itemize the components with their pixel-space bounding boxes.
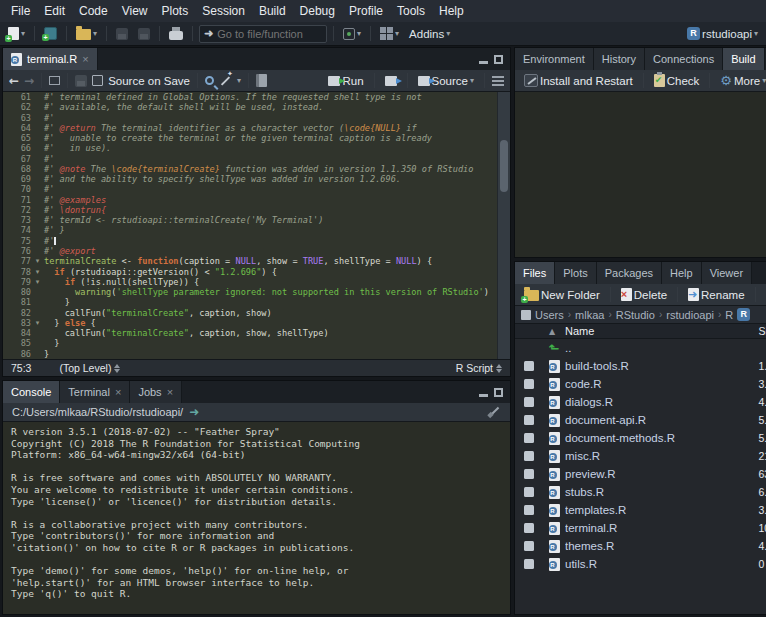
line-number[interactable]: 83	[3, 318, 31, 328]
console-tab-terminal[interactable]: Terminal×	[60, 381, 130, 403]
file-checkbox[interactable]	[524, 451, 534, 461]
code-editor[interactable]: 61#' terminal defined in Global Options.…	[3, 92, 510, 359]
line-number[interactable]: 67	[3, 154, 31, 164]
save-button[interactable]	[113, 26, 131, 42]
open-file-button[interactable]: ▾	[73, 25, 100, 42]
line-number[interactable]: 64	[3, 123, 31, 133]
build-tab-environment[interactable]: Environment	[515, 48, 594, 70]
popout-window-icon[interactable]	[49, 76, 60, 85]
console-output[interactable]: R version 3.5.1 (2018-07-02) -- "Feather…	[3, 422, 510, 614]
file-name[interactable]: document-api.R	[565, 414, 758, 426]
line-number[interactable]: 81	[3, 297, 31, 307]
line-number[interactable]: 82	[3, 308, 31, 318]
file-name[interactable]: misc.R	[565, 450, 758, 462]
file-name[interactable]: stubs.R	[565, 486, 758, 498]
line-number[interactable]: 84	[3, 328, 31, 338]
menu-profile[interactable]: Profile	[342, 1, 390, 21]
build-more-button[interactable]: ⚙ More ▾	[717, 72, 766, 89]
menu-help[interactable]: Help	[432, 1, 471, 21]
file-checkbox[interactable]	[524, 433, 534, 443]
file-checkbox[interactable]	[524, 541, 534, 551]
version-control-button[interactable]: ▾	[340, 26, 364, 42]
goto-file-input[interactable]	[217, 28, 322, 40]
new-project-button[interactable]: +	[41, 25, 60, 42]
files-tab-plots[interactable]: Plots	[555, 262, 596, 284]
file-name[interactable]: themes.R	[565, 540, 758, 552]
file-name[interactable]: code.R	[565, 378, 758, 390]
minimize-icon[interactable]	[479, 61, 488, 64]
file-row[interactable]: ⬑..	[515, 339, 766, 357]
file-row[interactable]: Rtemplates.R3.3 KB	[515, 501, 766, 519]
addins-button[interactable]: Addins ▾	[406, 26, 453, 42]
editor-tab-terminal-r[interactable]: Rterminal.R×	[3, 48, 98, 70]
file-row[interactable]: Rmisc.R210 B	[515, 447, 766, 465]
check-button[interactable]: Check	[651, 72, 703, 89]
line-number[interactable]: 76	[3, 246, 31, 256]
file-name[interactable]: build-tools.R	[565, 360, 758, 372]
file-checkbox[interactable]	[524, 361, 534, 371]
console-tab-jobs[interactable]: Jobs×	[130, 381, 182, 403]
document-outline-icon[interactable]	[492, 76, 504, 86]
filetype-selector[interactable]: R Script	[456, 362, 502, 374]
breadcrumb-item-rstudioapi[interactable]: rstudioapi	[666, 309, 714, 321]
files-tab-files[interactable]: Files	[515, 262, 555, 284]
goto-file-search[interactable]: ➜	[199, 25, 327, 43]
file-checkbox[interactable]	[524, 487, 534, 497]
menu-plots[interactable]: Plots	[155, 1, 196, 21]
breadcrumb-item-rstudio[interactable]: RStudio	[616, 309, 655, 321]
compile-report-icon[interactable]	[256, 74, 267, 87]
build-tab-build[interactable]: Build	[723, 48, 764, 70]
save-icon[interactable]	[75, 75, 87, 87]
files-more-button[interactable]: ⚙ More ▾	[763, 286, 766, 303]
panes-layout-button[interactable]: ▾	[377, 25, 402, 42]
line-number[interactable]: 73	[3, 215, 31, 225]
file-name[interactable]: templates.R	[565, 504, 758, 516]
file-name[interactable]: ..	[565, 342, 758, 354]
menu-debug[interactable]: Debug	[293, 1, 342, 21]
line-number[interactable]: 61	[3, 92, 31, 102]
install-restart-button[interactable]: Install and Restart	[521, 72, 636, 89]
code-tools-icon[interactable]	[219, 74, 232, 87]
line-number[interactable]: 71	[3, 195, 31, 205]
breadcrumb-item-mlkaa[interactable]: mlkaa	[575, 309, 604, 321]
close-icon[interactable]: ×	[115, 387, 121, 398]
editor-scrollbar[interactable]	[497, 92, 510, 359]
menu-code[interactable]: Code	[72, 1, 115, 21]
run-button[interactable]: Run	[325, 73, 366, 89]
files-tab-help[interactable]: Help	[662, 262, 702, 284]
line-number[interactable]: 68	[3, 164, 31, 174]
select-all-checkbox[interactable]	[521, 310, 531, 320]
file-row[interactable]: Rcode.R3.5 KB	[515, 375, 766, 393]
find-replace-icon[interactable]	[205, 76, 214, 85]
file-row[interactable]: Rdocument-methods.R5.5 KB	[515, 429, 766, 447]
file-row[interactable]: Rdocument-api.R5.6 KB	[515, 411, 766, 429]
menu-view[interactable]: View	[115, 1, 155, 21]
line-number[interactable]: 80	[3, 287, 31, 297]
file-checkbox[interactable]	[524, 379, 534, 389]
build-tab-history[interactable]: History	[594, 48, 645, 70]
name-column-header[interactable]: Name	[565, 325, 758, 337]
line-number[interactable]: 72	[3, 205, 31, 215]
new-file-button[interactable]: + ▾	[5, 25, 28, 42]
fold-marker-icon[interactable]: ▾	[31, 256, 44, 266]
line-number[interactable]: 74	[3, 225, 31, 235]
file-name[interactable]: utils.R	[565, 558, 758, 570]
file-row[interactable]: Rutils.R0 B	[515, 555, 766, 573]
console-tab-console[interactable]: Console	[3, 381, 60, 403]
minimize-icon[interactable]	[479, 394, 488, 397]
save-all-button[interactable]	[135, 26, 153, 42]
scope-selector[interactable]: (Top Level)	[59, 362, 120, 374]
file-checkbox[interactable]	[524, 469, 534, 479]
file-row[interactable]: Rterminal.R10.6 K	[515, 519, 766, 537]
maximize-icon[interactable]	[494, 388, 503, 397]
file-row[interactable]: Rbuild-tools.R1.5 KB	[515, 357, 766, 375]
rerun-button[interactable]	[382, 74, 400, 88]
files-tab-viewer[interactable]: Viewer	[702, 262, 752, 284]
print-button[interactable]	[166, 26, 186, 42]
working-directory-path[interactable]: C:/Users/mlkaa/RStudio/rstudioapi/	[12, 406, 183, 418]
file-checkbox[interactable]	[524, 559, 534, 569]
file-name[interactable]: document-methods.R	[565, 432, 758, 444]
line-number[interactable]: 62	[3, 102, 31, 112]
line-number[interactable]: 79	[3, 277, 31, 287]
delete-button[interactable]: × Delete	[618, 286, 670, 303]
